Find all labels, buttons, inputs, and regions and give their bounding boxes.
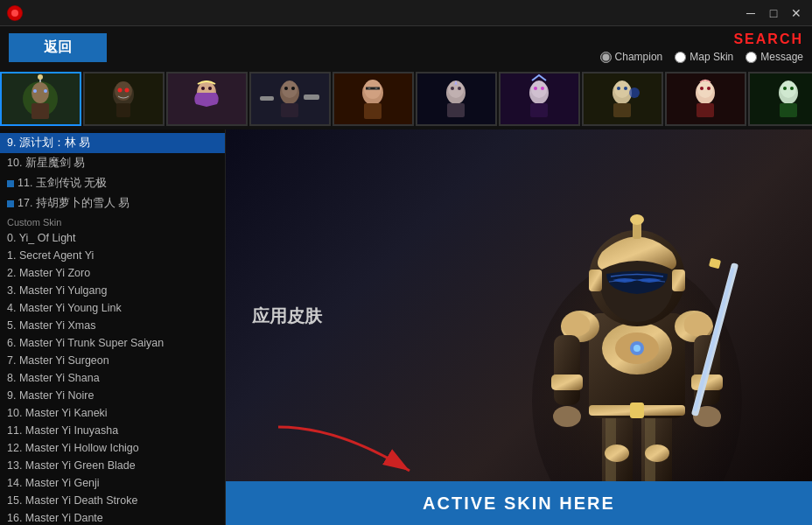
skin-item-label: 16. Master Yi Dante — [7, 512, 103, 524]
skin-item-9-official[interactable]: 9. 源计划：林 易 — [0, 133, 225, 153]
radio-message-label: Message — [760, 51, 803, 63]
svg-point-44 — [531, 80, 547, 98]
custom-skin-12[interactable]: 12. Master Yi Hollow Ichigo — [0, 439, 225, 457]
custom-skin-header: Custom Skin — [0, 214, 225, 229]
svg-rect-64 — [780, 103, 797, 117]
skin-item-label: 11. 玉剑传说 无极 — [18, 176, 107, 191]
svg-point-72 — [605, 444, 629, 462]
svg-point-20 — [208, 87, 212, 90]
skin-item-label: 7. Master Yi Surgeon — [7, 354, 109, 367]
svg-point-54 — [629, 88, 640, 98]
skin-item-label: 10. 新星魔剑 易 — [7, 156, 85, 171]
svg-point-41 — [458, 87, 461, 90]
svg-rect-83 — [551, 374, 583, 390]
svg-point-65 — [783, 87, 787, 90]
skin-item-label: 12. Master Yi Hollow Ichigo — [7, 442, 139, 454]
custom-skin-4[interactable]: 4. Master Yi Young Link — [0, 299, 225, 317]
titlebar: ─ □ ✕ — [0, 0, 812, 26]
champ-icon-vayne[interactable] — [416, 72, 497, 126]
svg-point-85 — [553, 406, 581, 427]
champ-icon-extra1[interactable] — [665, 72, 746, 126]
svg-point-59 — [700, 87, 704, 90]
back-button[interactable]: 返回 — [9, 33, 107, 62]
topbar: 返回 SEARCH Champion Map Skin Message — [0, 26, 812, 68]
skin-dot — [7, 180, 14, 187]
svg-rect-91 — [672, 270, 685, 291]
champ-icon-yi[interactable] — [0, 72, 81, 126]
svg-rect-95 — [709, 258, 721, 270]
custom-skin-8[interactable]: 8. Master Yi Shana — [0, 369, 225, 387]
custom-skin-5[interactable]: 5. Master Yi Xmas — [0, 317, 225, 334]
skin-item-label: 13. Master Yi Green Blade — [7, 459, 136, 472]
svg-rect-81 — [554, 335, 580, 405]
apply-skin-label: 应用皮肤 — [252, 304, 322, 328]
skin-item-label: 5. Master Yi Xmas — [7, 319, 95, 332]
champ-icon-lucian[interactable] — [249, 72, 331, 126]
skin-item-label: 11. Master Yi Inuyasha — [7, 424, 118, 437]
svg-rect-58 — [696, 103, 714, 117]
svg-point-47 — [541, 87, 544, 90]
right-panel: 应用皮肤 ACTIVE SKIN HERE — [226, 130, 812, 525]
svg-rect-39 — [447, 103, 465, 117]
skin-item-17-official[interactable]: 17. 持胡萝卜的雪人 易 — [0, 193, 225, 214]
maximize-button[interactable]: □ — [765, 4, 782, 22]
svg-point-63 — [780, 80, 796, 98]
svg-point-26 — [291, 87, 295, 90]
custom-skin-16[interactable]: 16. Master Yi Dante — [0, 509, 225, 525]
svg-point-15 — [125, 88, 130, 93]
custom-skin-7[interactable]: 7. Master Yi Surgeon — [0, 352, 225, 369]
champ-icon-zed[interactable] — [83, 72, 164, 126]
custom-skin-3[interactable]: 3. Master Yi Yulgang — [0, 282, 225, 299]
svg-point-52 — [617, 87, 620, 90]
champ-icon-jinx[interactable] — [499, 72, 580, 126]
radio-mapskin-label: Map Skin — [690, 51, 733, 63]
search-label: SEARCH — [733, 32, 803, 47]
svg-rect-32 — [364, 103, 382, 119]
skin-item-label: 9. Master Yi Noire — [7, 389, 94, 402]
champ-icon-ezreal[interactable] — [582, 72, 663, 126]
skin-item-label: 2. Master Yi Zoro — [7, 267, 90, 279]
search-radios: Champion Map Skin Message — [600, 51, 803, 63]
custom-skin-0[interactable]: 0. Yi_ Of Light — [0, 229, 225, 247]
arrow-indicator — [270, 418, 444, 491]
svg-point-40 — [451, 87, 454, 90]
champ-icon-extra2[interactable] — [748, 72, 812, 126]
svg-point-34 — [368, 88, 371, 90]
skin-item-10-official[interactable]: 10. 新星魔剑 易 — [0, 153, 225, 173]
custom-skin-6[interactable]: 6. Master Yi Trunk Super Saiyan — [0, 334, 225, 352]
custom-skin-15[interactable]: 15. Master Yi Death Stroke — [0, 492, 225, 509]
svg-point-9 — [38, 74, 43, 80]
skin-list-container[interactable]: 9. 源计划：林 易 10. 新星魔剑 易 11. 玉剑传说 无极 17. 持胡… — [0, 130, 225, 525]
champ-icon-leesin[interactable] — [332, 72, 414, 126]
radio-mapskin[interactable]: Map Skin — [675, 51, 733, 63]
app-container: 返回 SEARCH Champion Map Skin Message — [0, 26, 812, 525]
skin-item-label: 14. Master Yi Genji — [7, 477, 100, 489]
svg-point-78 — [634, 345, 640, 352]
radio-champion[interactable]: Champion — [600, 51, 663, 63]
minimize-button[interactable]: ─ — [742, 4, 760, 22]
svg-point-53 — [624, 87, 627, 90]
champ-icon-lux[interactable] — [166, 72, 248, 126]
custom-skin-9[interactable]: 9. Master Yi Noire — [0, 387, 225, 404]
svg-point-19 — [201, 87, 205, 90]
custom-skin-2[interactable]: 2. Master Yi Zoro — [0, 264, 225, 282]
radio-message[interactable]: Message — [746, 51, 803, 63]
close-button[interactable]: ✕ — [788, 4, 805, 22]
custom-skin-13[interactable]: 13. Master Yi Green Blade — [0, 457, 225, 474]
skin-item-11-official[interactable]: 11. 玉剑传说 无极 — [0, 173, 225, 193]
skin-item-label: 17. 持胡萝卜的雪人 易 — [18, 196, 130, 211]
svg-rect-98 — [630, 402, 644, 418]
section-label: Custom Skin — [7, 217, 61, 228]
skin-list: 9. 源计划：林 易 10. 新星魔剑 易 11. 玉剑传说 无极 17. 持胡… — [0, 130, 225, 525]
skin-item-label: 0. Yi_ Of Light — [7, 232, 76, 244]
custom-skin-11[interactable]: 11. Master Yi Inuyasha — [0, 422, 225, 439]
svg-point-14 — [118, 88, 122, 93]
custom-skin-14[interactable]: 14. Master Yi Genji — [0, 474, 225, 492]
skin-item-label: 4. Master Yi Young Link — [7, 302, 122, 314]
svg-point-4 — [32, 82, 49, 103]
svg-rect-5 — [32, 103, 49, 119]
custom-skin-10[interactable]: 10. Master Yi Kaneki — [0, 404, 225, 422]
svg-rect-51 — [613, 103, 631, 117]
svg-rect-90 — [589, 270, 602, 291]
custom-skin-1[interactable]: 1. Secret Agent Yi — [0, 247, 225, 264]
